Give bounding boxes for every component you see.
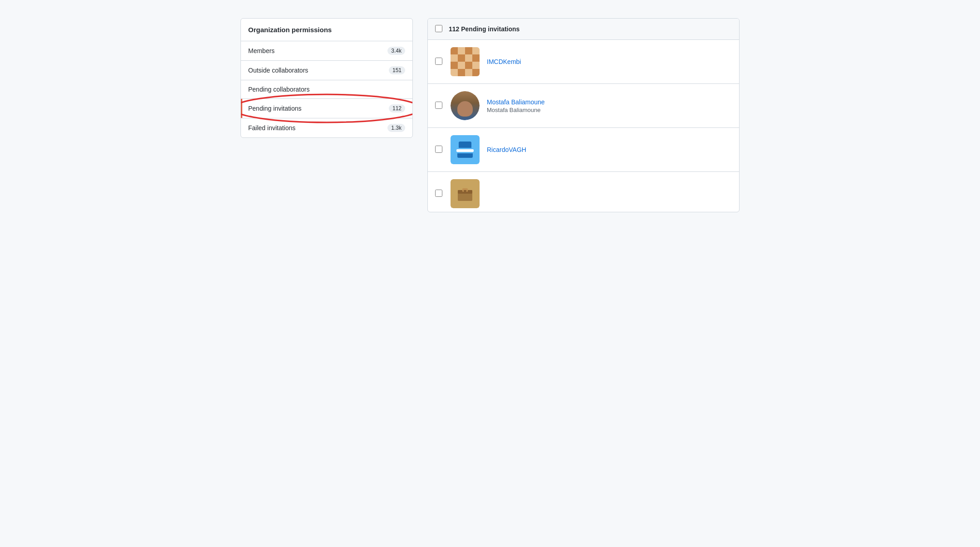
user-row-imcd: IMCDKembi: [428, 40, 739, 84]
user-info-mostafa: Mostafa Baliamoune Mostafa Baliamoune: [487, 98, 545, 113]
content-header: 112 Pending invitations: [428, 19, 739, 40]
user-link-mostafa[interactable]: Mostafa Baliamoune: [487, 98, 545, 106]
user-link-ricardo[interactable]: RicardoVAGH: [487, 146, 526, 153]
sidebar-label-members: Members: [248, 47, 274, 54]
ricardo-avatar-graphic: [451, 135, 480, 164]
sidebar-badge-members: 3.4k: [387, 47, 405, 55]
avatar-imcd: [451, 47, 480, 76]
sidebar-item-members[interactable]: Members 3.4k: [241, 41, 412, 61]
checkbox-mostafa-wrapper[interactable]: [435, 102, 443, 110]
sidebar-item-pending-invitations[interactable]: Pending invitations 112: [241, 99, 412, 118]
select-all-checkbox-wrapper[interactable]: [435, 25, 443, 33]
select-all-checkbox[interactable]: [435, 25, 442, 32]
sidebar-label-pending-collaborators: Pending collaborators: [248, 86, 309, 93]
avatar-ricardo: [451, 135, 480, 164]
sidebar-panel: Organization permissions Members 3.4k Ou…: [240, 18, 413, 138]
sidebar-badge-failed-invitations: 1.3k: [387, 124, 405, 132]
svg-rect-4: [464, 190, 466, 193]
sidebar-item-outside-collaborators[interactable]: Outside collaborators 151: [241, 61, 412, 80]
user-subtext-mostafa: Mostafa Baliamoune: [487, 107, 545, 113]
mostafa-photo: [451, 91, 480, 120]
mostafa-head: [457, 101, 473, 117]
sidebar-badge-pending-invitations: 112: [389, 104, 405, 112]
sidebar-label-outside-collaborators: Outside collaborators: [248, 67, 308, 74]
fourth-avatar-icon: [456, 185, 474, 203]
ricardo-face-top: [459, 142, 471, 148]
checkbox-ricardo[interactable]: [435, 146, 442, 153]
user-row-mostafa: Mostafa Baliamoune Mostafa Baliamoune: [428, 84, 739, 128]
checkbox-imcd[interactable]: [435, 58, 442, 65]
checkbox-imcd-wrapper[interactable]: [435, 58, 443, 66]
content-header-title: 112 Pending invitations: [449, 25, 519, 33]
user-row-ricardo: RicardoVAGH: [428, 128, 739, 172]
user-info-imcd: IMCDKembi: [487, 58, 521, 65]
sidebar-header: Organization permissions: [241, 19, 412, 41]
checkbox-mostafa[interactable]: [435, 102, 442, 109]
sidebar-item-pending-collaborators[interactable]: Pending collaborators: [241, 80, 412, 99]
checkerboard-pattern: [451, 47, 480, 76]
avatar-fourth: [451, 179, 480, 208]
user-row-fourth: [428, 172, 739, 212]
checkbox-ricardo-wrapper[interactable]: [435, 146, 443, 154]
sidebar-item-failed-invitations[interactable]: Failed invitations 1.3k: [241, 118, 412, 137]
checkbox-fourth-wrapper[interactable]: [435, 190, 443, 198]
avatar-mostafa: [451, 91, 480, 120]
page-container: Organization permissions Members 3.4k Ou…: [240, 18, 740, 212]
user-info-ricardo: RicardoVAGH: [487, 146, 526, 153]
ricardo-mouth: [456, 149, 474, 152]
sidebar-badge-outside-collaborators: 151: [389, 66, 405, 74]
fourth-avatar-graphic: [451, 179, 480, 208]
ricardo-face-bottom: [457, 153, 473, 158]
sidebar-label-pending-invitations: Pending invitations: [248, 105, 302, 112]
sidebar-label-failed-invitations: Failed invitations: [248, 124, 295, 132]
checkbox-fourth[interactable]: [435, 190, 442, 197]
content-panel: 112 Pending invitations: [427, 18, 740, 212]
user-link-imcd[interactable]: IMCDKembi: [487, 58, 521, 65]
